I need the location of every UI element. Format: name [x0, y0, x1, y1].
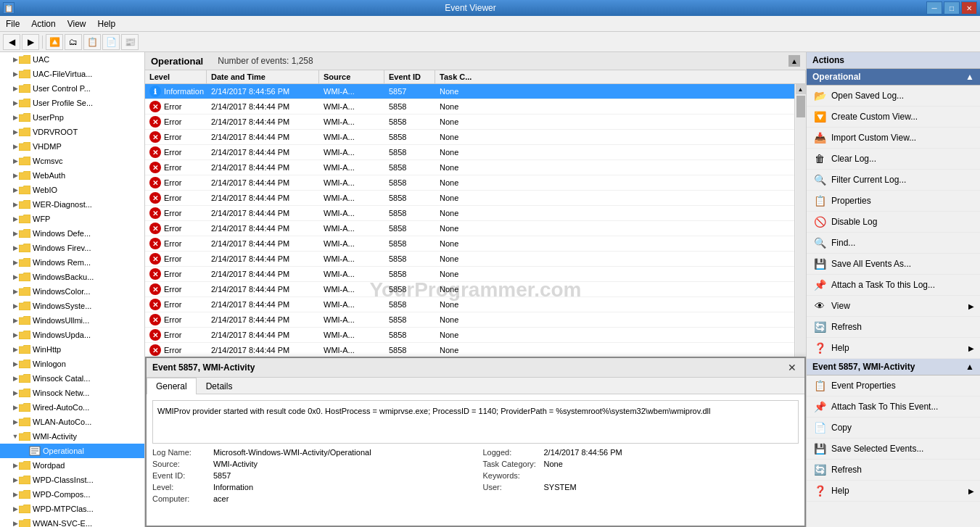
sidebar-item-16[interactable]: ▶WindowsColor... — [0, 284, 144, 299]
sidebar-item-1[interactable]: ▶UAC-FileVirtua... — [0, 67, 144, 81]
menu-action[interactable]: Action — [25, 17, 61, 30]
actions-collapse-btn-0[interactable]: ▲ — [965, 72, 974, 82]
action-item-0-6[interactable]: 🚫Disable Log — [807, 212, 980, 233]
action-item-0-2[interactable]: 📥Import Custom View... — [807, 128, 980, 149]
table-row[interactable]: ℹInformation2/14/2017 8:44:56 PMWMI-A...… — [145, 84, 794, 99]
maximize-button[interactable]: □ — [944, 1, 960, 14]
table-row[interactable]: ✕Error2/14/2017 8:44:44 PMWMI-A...5858No… — [145, 236, 794, 252]
sidebar-item-19[interactable]: ▶WindowsUpda... — [0, 328, 144, 342]
col-header-taskcat[interactable]: Task C... — [435, 70, 806, 83]
sidebar-item-26[interactable]: ▼WMI-Activity — [0, 429, 144, 444]
col-header-eventid[interactable]: Event ID — [384, 70, 435, 83]
action-item-1-4[interactable]: 🔄Refresh — [807, 460, 980, 481]
sidebar-item-11[interactable]: ▶WFP — [0, 212, 144, 226]
minimize-button[interactable]: ─ — [926, 1, 942, 14]
table-row[interactable]: ✕Error2/14/2017 8:44:44 PMWMI-A...5858No… — [145, 175, 794, 191]
toolbar-doc[interactable]: 📄 — [102, 34, 120, 50]
toolbar-forward[interactable]: ▶ — [22, 34, 39, 50]
sidebar-item-9[interactable]: ▶WebIO — [0, 183, 144, 197]
action-item-1-5[interactable]: ❓Help▶ — [807, 481, 980, 502]
table-row[interactable]: ✕Error2/14/2017 8:44:44 PMWMI-A...5858No… — [145, 297, 794, 312]
table-row[interactable]: ✕Error2/14/2017 8:44:44 PMWMI-A...5858No… — [145, 343, 794, 358]
table-row[interactable]: ✕Error2/14/2017 8:44:44 PMWMI-A...5858No… — [145, 130, 794, 145]
sidebar-item-0[interactable]: ▶UAC — [0, 52, 144, 67]
toolbar-back[interactable]: ◀ — [3, 34, 20, 50]
action-item-1-2[interactable]: 📄Copy — [807, 418, 980, 439]
scrollbar-thumb[interactable] — [796, 96, 805, 117]
table-row[interactable]: ✕Error2/14/2017 8:44:44 PMWMI-A...5858No… — [145, 145, 794, 160]
sidebar-item-32[interactable]: ▶WWAN-SVC-E... — [0, 516, 144, 527]
sidebar-item-20[interactable]: ▶WinHttp — [0, 342, 144, 357]
action-item-0-1[interactable]: 🔽Create Custom View... — [807, 107, 980, 128]
action-item-1-1[interactable]: 📌Attach Task To This Event... — [807, 397, 980, 418]
tab-general[interactable]: General — [147, 378, 197, 394]
sidebar-item-18[interactable]: ▶WindowsUllmi... — [0, 313, 144, 328]
menu-file[interactable]: File — [0, 17, 25, 30]
col-header-level[interactable]: Level — [145, 70, 207, 83]
sidebar-item-4[interactable]: ▶UserPnp — [0, 110, 144, 125]
table-row[interactable]: ✕Error2/14/2017 8:44:44 PMWMI-A...5858No… — [145, 312, 794, 328]
table-cell-date: 2/14/2017 8:44:44 PM — [207, 162, 319, 173]
toolbar-news[interactable]: 📰 — [121, 34, 139, 50]
sidebar-item-5[interactable]: ▶VDRVROOT — [0, 125, 144, 139]
error-icon: ✕ — [149, 207, 161, 219]
action-item-1-3[interactable]: 💾Save Selected Events... — [807, 439, 980, 460]
sidebar-item-28[interactable]: ▶Wordpad — [0, 458, 144, 473]
sidebar-item-14[interactable]: ▶Windows Rem... — [0, 255, 144, 270]
table-scroll-up[interactable]: ▲ — [788, 55, 800, 67]
sidebar-item-10[interactable]: ▶WER-Diagnost... — [0, 197, 144, 212]
table-row[interactable]: ✕Error2/14/2017 8:44:44 PMWMI-A...5858No… — [145, 252, 794, 267]
sidebar-item-7[interactable]: ▶Wcmsvc — [0, 154, 144, 168]
table-row[interactable]: ✕Error2/14/2017 8:44:44 PMWMI-A...5858No… — [145, 160, 794, 175]
table-row[interactable]: ✕Error2/14/2017 8:44:44 PMWMI-A...5858No… — [145, 206, 794, 221]
table-row[interactable]: ✕Error2/14/2017 8:44:44 PMWMI-A...5858No… — [145, 328, 794, 343]
sidebar-item-31[interactable]: ▶WPD-MTPClas... — [0, 502, 144, 516]
table-row[interactable]: ✕Error2/14/2017 8:44:44 PMWMI-A...5858No… — [145, 99, 794, 115]
sidebar-item-15[interactable]: ▶WindowsBacku... — [0, 270, 144, 284]
sidebar-item-30[interactable]: ▶WPD-Compos... — [0, 487, 144, 502]
detail-close-button[interactable]: ✕ — [786, 361, 799, 374]
sidebar-item-17[interactable]: ▶WindowsSyste... — [0, 299, 144, 313]
action-item-1-0[interactable]: 📋Event Properties — [807, 375, 980, 397]
action-item-0-7[interactable]: 🔍Find... — [807, 233, 980, 254]
tab-details[interactable]: Details — [197, 378, 242, 394]
table-row[interactable]: ✕Error2/14/2017 8:44:44 PMWMI-A...5858No… — [145, 282, 794, 297]
action-item-0-3[interactable]: 🗑Clear Log... — [807, 149, 980, 170]
sidebar-item-13[interactable]: ▶Windows Firev... — [0, 241, 144, 255]
sidebar-item-8[interactable]: ▶WebAuth — [0, 168, 144, 183]
action-item-0-9[interactable]: 📌Attach a Task To this Log... — [807, 275, 980, 296]
action-item-0-8[interactable]: 💾Save All Events As... — [807, 254, 980, 275]
table-row[interactable]: ✕Error2/14/2017 8:44:44 PMWMI-A...5858No… — [145, 191, 794, 206]
sidebar-item-2[interactable]: ▶User Control P... — [0, 81, 144, 96]
table-row[interactable]: ✕Error2/14/2017 8:44:44 PMWMI-A...5858No… — [145, 115, 794, 130]
action-item-0-10[interactable]: 👁View▶ — [807, 296, 980, 317]
action-item-0-11[interactable]: 🔄Refresh — [807, 317, 980, 338]
table-row[interactable]: ✕Error2/14/2017 8:44:44 PMWMI-A...5858No… — [145, 267, 794, 282]
sidebar-item-25[interactable]: ▶WLAN-AutoCo... — [0, 415, 144, 429]
toolbar-view[interactable]: 📋 — [83, 34, 101, 50]
table-row[interactable]: ✕Error2/14/2017 8:44:44 PMWMI-A...5858No… — [145, 221, 794, 236]
sidebar-item-3[interactable]: ▶User Profile Se... — [0, 96, 144, 110]
action-item-0-4[interactable]: 🔍Filter Current Log... — [807, 170, 980, 191]
sidebar-item-24[interactable]: ▶Wired-AutoCo... — [0, 400, 144, 415]
toolbar-folder[interactable]: 🗂 — [65, 34, 82, 50]
col-header-source[interactable]: Source — [319, 70, 384, 83]
toolbar-up[interactable]: 🔼 — [46, 34, 63, 50]
sidebar-item-12[interactable]: ▶Windows Defe... — [0, 226, 144, 241]
scrollbar-up-btn[interactable]: ▲ — [796, 84, 806, 94]
close-button[interactable]: ✕ — [961, 1, 977, 14]
action-item-0-12[interactable]: ❓Help▶ — [807, 338, 980, 359]
sidebar-item-23[interactable]: ▶Winsock Netw... — [0, 386, 144, 400]
sidebar-item-21[interactable]: ▶Winlogon — [0, 357, 144, 371]
action-item-0-5[interactable]: 📋Properties — [807, 191, 980, 212]
sidebar-item-29[interactable]: ▶WPD-ClassInst... — [0, 473, 144, 487]
meta-computer-value: acer — [213, 494, 228, 503]
actions-collapse-btn-1[interactable]: ▲ — [965, 362, 974, 372]
sidebar-item-27[interactable]: Operational — [0, 444, 144, 458]
col-header-date[interactable]: Date and Time — [207, 70, 319, 83]
sidebar-item-22[interactable]: ▶Winsock Catal... — [0, 371, 144, 386]
menu-view[interactable]: View — [62, 17, 92, 30]
menu-help[interactable]: Help — [92, 17, 122, 30]
action-item-0-0[interactable]: 📂Open Saved Log... — [807, 86, 980, 107]
sidebar-item-6[interactable]: ▶VHDMP — [0, 139, 144, 154]
